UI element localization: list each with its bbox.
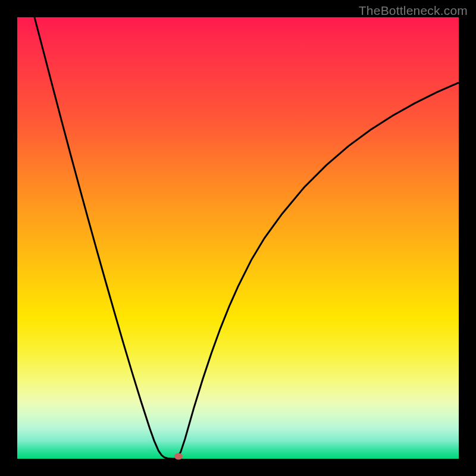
plot-area bbox=[17, 17, 459, 459]
curve-svg bbox=[17, 17, 459, 459]
minimum-marker bbox=[174, 453, 183, 460]
curve-path-right bbox=[176, 83, 459, 459]
curve-path-left bbox=[35, 17, 176, 459]
chart-container: TheBottleneck.com bbox=[0, 0, 476, 476]
watermark-text: TheBottleneck.com bbox=[359, 4, 468, 18]
